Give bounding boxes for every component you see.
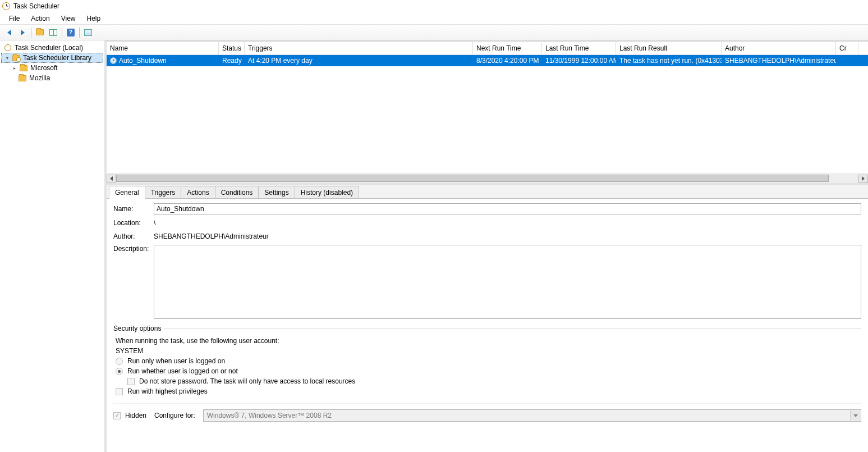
detail-tabs: General Triggers Actions Conditions Sett… — [107, 185, 868, 199]
label-author: Author: — [113, 232, 154, 240]
checkbox-hidden — [113, 412, 121, 419]
tree-library[interactable]: ▾ Task Scheduler Library — [1, 53, 103, 63]
task-next-run: 8/3/2020 4:20:00 PM — [473, 57, 542, 65]
task-row[interactable]: Auto_Shutdown Ready At 4:20 PM every day… — [107, 55, 868, 66]
checkbox-no-store-password — [127, 378, 135, 385]
col-triggers[interactable]: Triggers — [245, 42, 473, 54]
highest-label: Run with highest privileges — [127, 387, 208, 395]
title-bar: Task Scheduler — [0, 0, 868, 12]
security-options-label: Security options — [113, 325, 861, 332]
tree-child-microsoft[interactable]: ▸ Microsoft — [1, 63, 103, 73]
label-name: Name: — [113, 205, 154, 213]
menu-action[interactable]: Action — [25, 13, 55, 24]
folder-icon — [20, 65, 27, 71]
detail-pane: General Triggers Actions Conditions Sett… — [107, 185, 868, 452]
task-icon — [110, 57, 117, 64]
col-next-run[interactable]: Next Run Time — [473, 42, 542, 54]
properties-button[interactable] — [34, 26, 46, 39]
tree-child-label: Mozilla — [29, 74, 50, 82]
run-whether-label: Run whether user is logged on or not — [127, 367, 238, 375]
name-input[interactable] — [154, 203, 861, 214]
folder-icon — [19, 75, 26, 81]
toolbar-separator — [79, 28, 80, 38]
when-running-label: When running the task, use the following… — [116, 337, 279, 345]
folder-icon — [36, 29, 44, 35]
task-author: SHEBANGTHEDOLPH\Administrateur — [722, 57, 836, 65]
col-last-run[interactable]: Last Run Time — [542, 42, 616, 54]
menu-view[interactable]: View — [56, 13, 81, 24]
help-button[interactable]: ? — [65, 26, 77, 39]
task-list: Name Status Triggers Next Run Time Last … — [107, 42, 868, 185]
clock-icon — [2, 2, 10, 10]
toolbar-separator — [31, 28, 31, 38]
tools-icon — [84, 29, 92, 36]
toolbar: ? — [0, 25, 868, 40]
run-logged-on-label: Run only when user is logged on — [127, 357, 225, 365]
task-last-result: The task has not yet run. (0x41303) — [616, 57, 722, 65]
scroll-left-button[interactable] — [107, 175, 116, 183]
collapse-icon[interactable]: ▾ — [4, 54, 11, 61]
tab-triggers[interactable]: Triggers — [145, 186, 182, 198]
chevron-down-icon — [853, 414, 858, 417]
col-name[interactable]: Name — [107, 42, 219, 54]
configure-for-select: Windows® 7, Windows Server™ 2008 R2 — [203, 409, 861, 422]
action-pane-button[interactable] — [82, 26, 94, 39]
help-icon: ? — [67, 29, 75, 36]
tab-general[interactable]: General — [109, 186, 145, 199]
col-author[interactable]: Author — [722, 42, 836, 54]
tree-pane: Task Scheduler (Local) ▾ Task Scheduler … — [0, 40, 107, 452]
library-folder-icon — [12, 55, 20, 61]
description-input[interactable] — [154, 245, 861, 319]
user-account-value: SYSTEM — [116, 347, 143, 355]
nav-forward-button[interactable] — [16, 26, 29, 39]
task-status: Ready — [219, 57, 245, 65]
col-created[interactable]: Cr — [836, 42, 858, 54]
scrollbar-track[interactable] — [116, 175, 858, 183]
radio-run-whether — [116, 368, 123, 375]
menu-file[interactable]: File — [3, 13, 25, 24]
tab-actions[interactable]: Actions — [181, 186, 215, 198]
tree-child-label: Microsoft — [30, 64, 58, 72]
menu-bar: File Action View Help — [0, 12, 868, 25]
task-name: Auto_Shutdown — [119, 57, 167, 65]
checkbox-highest-privileges — [116, 388, 123, 395]
author-value: SHEBANGTHEDOLPH\Administrateur — [154, 231, 269, 241]
tab-general-body: Name: Location: \ Author: SHEBANGTHEDOLP… — [107, 199, 868, 452]
label-location: Location: — [113, 219, 154, 227]
no-store-label: Do not store password. The task will onl… — [139, 377, 355, 385]
scroll-right-button[interactable] — [858, 175, 868, 183]
triangle-right-icon — [862, 176, 865, 181]
window-title: Task Scheduler — [13, 2, 59, 10]
location-value: \ — [154, 218, 155, 228]
toolbar-separator — [62, 28, 62, 38]
configure-for-label: Configure for: — [154, 412, 195, 419]
col-status[interactable]: Status — [219, 42, 245, 54]
task-list-header: Name Status Triggers Next Run Time Last … — [107, 42, 868, 55]
nav-back-button[interactable] — [3, 26, 15, 39]
col-last-result[interactable]: Last Run Result — [616, 42, 722, 54]
expand-icon[interactable]: ▸ — [11, 65, 18, 71]
arrow-left-icon — [7, 30, 11, 35]
label-description: Description: — [113, 245, 154, 253]
radio-run-logged-on — [116, 358, 123, 365]
show-panes-button[interactable] — [47, 26, 59, 39]
hidden-label: Hidden — [125, 412, 146, 419]
triangle-left-icon — [110, 176, 113, 181]
tree-root-label: Task Scheduler (Local) — [15, 44, 83, 52]
clock-icon — [4, 44, 11, 51]
tree-child-mozilla[interactable]: Mozilla — [1, 73, 103, 83]
tree-root[interactable]: Task Scheduler (Local) — [1, 43, 103, 53]
scrollbar-thumb[interactable] — [116, 175, 829, 182]
task-last-run: 11/30/1999 12:00:00 AM — [542, 57, 616, 65]
panels-icon — [49, 29, 57, 36]
horizontal-scrollbar[interactable] — [107, 174, 868, 183]
configure-for-value: Windows® 7, Windows Server™ 2008 R2 — [207, 412, 332, 419]
tab-conditions[interactable]: Conditions — [215, 186, 259, 198]
arrow-right-icon — [21, 30, 25, 35]
tree-library-label: Task Scheduler Library — [23, 54, 91, 62]
dropdown-button — [850, 410, 860, 421]
tab-history[interactable]: History (disabled) — [295, 186, 359, 198]
tab-settings[interactable]: Settings — [258, 186, 295, 198]
task-triggers: At 4:20 PM every day — [245, 57, 473, 65]
menu-help[interactable]: Help — [81, 13, 107, 24]
